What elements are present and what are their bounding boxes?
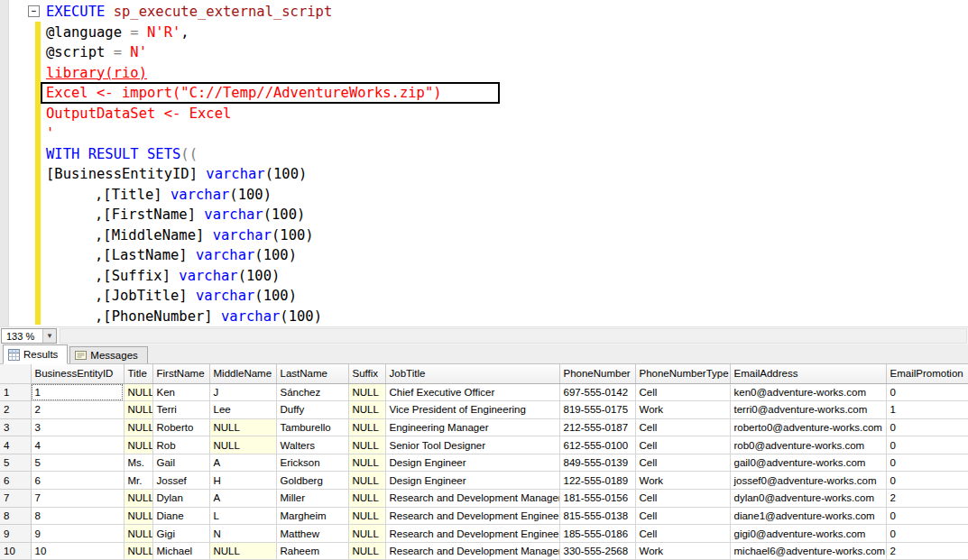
column-header[interactable]: Title [124, 364, 152, 383]
cell[interactable]: Erickson [276, 454, 348, 472]
code-line[interactable]: ,[MiddleName] varchar(100) [46, 225, 968, 246]
cell[interactable]: NULL [348, 383, 385, 401]
cell[interactable]: 0 [886, 436, 968, 454]
cell[interactable]: 0 [886, 525, 968, 543]
cell[interactable]: 7 [31, 490, 124, 508]
cell[interactable]: Work [635, 472, 730, 490]
cell[interactable]: jossef0@adventure-works.com [730, 472, 886, 490]
code-line[interactable]: @language = N'R', [46, 23, 968, 43]
cell[interactable]: Cell [635, 490, 730, 508]
code-line[interactable]: ,[Suffix] varchar(100) [46, 266, 968, 287]
cell[interactable]: 2 [886, 542, 968, 560]
cell[interactable]: 212-555-0187 [559, 418, 635, 436]
cell[interactable]: 1 [31, 383, 124, 401]
cell[interactable]: NULL [124, 525, 152, 543]
cell[interactable]: 330-555-2568 [559, 542, 635, 560]
code-line[interactable]: Excel <- import("C://Temp//AdventureWork… [46, 83, 968, 104]
cell[interactable]: Ken [152, 383, 209, 401]
cell[interactable]: 6 [31, 472, 124, 490]
cell[interactable]: A [209, 454, 276, 472]
cell[interactable]: Roberto [152, 418, 209, 436]
cell[interactable]: 3 [31, 418, 124, 436]
zoom-selector[interactable]: 133 % ▼ [1, 328, 57, 344]
tab-messages[interactable]: Messages [69, 346, 147, 363]
code-line[interactable]: ,[Title] varchar(100) [46, 185, 968, 206]
cell[interactable]: NULL [209, 436, 276, 454]
cell[interactable]: Cell [635, 507, 730, 525]
cell[interactable]: 2 [31, 401, 124, 419]
code-line[interactable]: [BusinessEntityID] varchar(100) [46, 164, 968, 185]
row-number[interactable]: 5 [0, 454, 31, 472]
cell[interactable]: rob0@adventure-works.com [730, 436, 886, 454]
cell[interactable]: Research and Development Engineer [385, 507, 559, 525]
column-header[interactable]: JobTitle [385, 364, 559, 383]
cell[interactable]: A [209, 490, 276, 508]
row-number[interactable]: 8 [0, 507, 31, 525]
code-line[interactable]: ,[PhoneNumber] varchar(100) [46, 307, 968, 327]
cell[interactable]: 4 [31, 436, 124, 454]
code-line[interactable]: library(rio) [46, 63, 968, 84]
horizontal-scrollbar[interactable] [60, 328, 967, 344]
cell[interactable]: 612-555-0100 [559, 436, 635, 454]
cell[interactable]: gigi0@adventure-works.com [730, 525, 886, 543]
column-header[interactable]: LastName [276, 364, 348, 383]
column-header[interactable]: MiddleName [209, 364, 276, 383]
cell[interactable]: Matthew [276, 525, 348, 543]
cell[interactable]: 10 [31, 542, 124, 560]
row-number[interactable]: 9 [0, 525, 31, 543]
cell[interactable]: 819-555-0175 [559, 401, 635, 419]
cell[interactable]: Rob [152, 436, 209, 454]
row-number[interactable]: 10 [0, 542, 31, 560]
cell[interactable]: Mr. [124, 472, 152, 490]
column-header[interactable]: FirstName [152, 364, 209, 383]
cell[interactable]: Vice President of Engineering [385, 401, 559, 419]
cell[interactable]: NULL [124, 418, 152, 436]
cell[interactable]: Cell [635, 436, 730, 454]
cell[interactable]: NULL [348, 542, 385, 560]
cell[interactable]: NULL [348, 401, 385, 419]
cell[interactable]: roberto0@adventure-works.com [730, 418, 886, 436]
cell[interactable]: 9 [31, 525, 124, 543]
cell[interactable]: NULL [348, 418, 385, 436]
cell[interactable]: NULL [124, 507, 152, 525]
cell[interactable]: Ms. [124, 454, 152, 472]
cell[interactable]: Michael [152, 542, 209, 560]
cell[interactable]: Engineering Manager [385, 418, 559, 436]
cell[interactable]: Walters [276, 436, 348, 454]
cell[interactable]: NULL [209, 542, 276, 560]
cell[interactable]: 1 [886, 401, 968, 419]
cell[interactable]: ken0@adventure-works.com [730, 383, 886, 401]
cell[interactable]: Research and Development Manager [385, 490, 559, 508]
cell[interactable]: L [209, 507, 276, 525]
cell[interactable]: Jossef [152, 472, 209, 490]
cell[interactable]: Work [635, 401, 730, 419]
code-line[interactable]: EXECUTE sp_execute_external_script [46, 2, 968, 23]
cell[interactable]: NULL [124, 383, 152, 401]
cell[interactable]: terri0@adventure-works.com [730, 401, 886, 419]
code-line[interactable]: @script = N' [46, 42, 968, 63]
cell[interactable]: Sánchez [276, 383, 348, 401]
cell[interactable]: Design Engineer [385, 454, 559, 472]
cell[interactable]: 0 [886, 472, 968, 490]
column-header[interactable]: PhoneNumberType [635, 364, 730, 383]
cell[interactable]: Cell [635, 454, 730, 472]
cell[interactable]: Lee [209, 401, 276, 419]
cell[interactable]: NULL [209, 418, 276, 436]
cell[interactable]: NULL [124, 490, 152, 508]
cell[interactable]: 181-555-0156 [559, 490, 635, 508]
column-header[interactable]: PhoneNumber [559, 364, 635, 383]
cell[interactable]: dylan0@adventure-works.com [730, 490, 886, 508]
cell[interactable]: 0 [886, 454, 968, 472]
cell[interactable]: Cell [635, 525, 730, 543]
cell[interactable]: diane1@adventure-works.com [730, 507, 886, 525]
cell[interactable]: Raheem [276, 542, 348, 560]
cell[interactable]: H [209, 472, 276, 490]
cell[interactable]: Tamburello [276, 418, 348, 436]
cell[interactable]: 697-555-0142 [559, 383, 635, 401]
tab-results[interactable]: Results [3, 344, 68, 364]
cell[interactable]: Gail [152, 454, 209, 472]
code-area[interactable]: EXECUTE sp_execute_external_script@langu… [46, 2, 968, 326]
cell[interactable]: gail0@adventure-works.com [730, 454, 886, 472]
cell[interactable]: Gigi [152, 525, 209, 543]
cell[interactable]: 0 [886, 418, 968, 436]
